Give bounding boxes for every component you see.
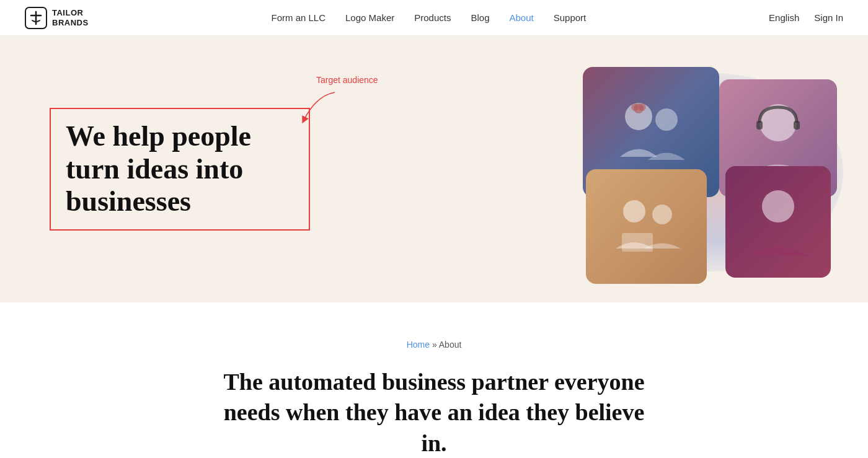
breadcrumb: Home » About: [50, 340, 818, 350]
photo-card-working: [586, 169, 707, 284]
target-audience-annotation: Target audience: [298, 74, 360, 126]
navbar: TAILOR BRANDS Form an LLC Logo Maker Pro…: [0, 0, 868, 36]
svg-point-10: [652, 205, 672, 224]
svg-point-5: [639, 103, 646, 111]
language-selector[interactable]: English: [769, 12, 799, 23]
breadcrumb-home[interactable]: Home: [407, 340, 430, 350]
svg-rect-7: [756, 121, 763, 130]
svg-point-4: [631, 103, 639, 111]
brand-name: TAILOR BRANDS: [52, 8, 89, 27]
annotation-target-arrow: [298, 89, 353, 126]
photo-silhouette-3: [586, 169, 707, 284]
sign-in-link[interactable]: Sign In: [814, 12, 843, 23]
svg-point-12: [762, 190, 794, 222]
svg-point-9: [623, 200, 645, 222]
hero-left: We help people turn ideas into businesse…: [50, 108, 310, 231]
nav-form-llc[interactable]: Form an LLC: [271, 12, 326, 23]
svg-point-2: [655, 108, 678, 131]
section2-content: Home » About The automated business part…: [0, 302, 868, 458]
annotation-target-label: Target audience: [316, 75, 378, 85]
nav-support[interactable]: Support: [554, 12, 587, 23]
nav-logo-maker[interactable]: Logo Maker: [345, 12, 394, 23]
about-section: Home » About The automated business part…: [0, 302, 868, 458]
nav-about[interactable]: About: [509, 12, 533, 23]
nav-products[interactable]: Products: [414, 12, 451, 23]
logo-link[interactable]: TAILOR BRANDS: [25, 7, 89, 29]
svg-rect-8: [794, 121, 800, 130]
breadcrumb-current: About: [439, 340, 462, 350]
svg-rect-11: [622, 233, 653, 252]
photo-card-purple: [725, 166, 831, 278]
nav-links: Form an LLC Logo Maker Products Blog Abo…: [271, 12, 586, 24]
breadcrumb-separator: »: [432, 340, 439, 350]
photo-silhouette-4: [725, 166, 831, 278]
hero-images: [521, 67, 831, 290]
nav-right: English Sign In: [769, 12, 843, 23]
logo-icon: [25, 7, 47, 29]
hero-section: Target audience We help people turn idea…: [0, 36, 868, 302]
nav-blog[interactable]: Blog: [471, 12, 489, 23]
section2-headline: The automated business partner everyone …: [217, 367, 651, 458]
hero-headline: We help people turn ideas into businesse…: [50, 108, 310, 231]
